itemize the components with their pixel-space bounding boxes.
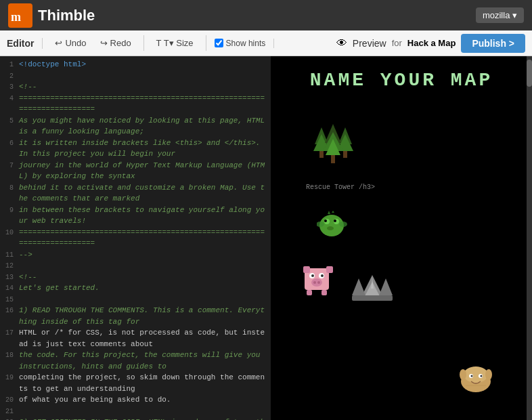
code-line: 4=======================================…	[0, 93, 271, 115]
undo-button[interactable]: ↩ Undo	[51, 35, 90, 51]
svg-rect-23	[303, 266, 310, 273]
line-content: HTML or /* for CSS, is not processed as …	[19, 327, 271, 350]
code-line: 161) READ THROUGH THE COMMENTS. This is …	[0, 305, 271, 327]
line-number: 1	[0, 59, 19, 70]
trees-sprite	[308, 124, 362, 174]
hints-section: Show hints	[215, 39, 275, 48]
code-line: 11-->	[0, 249, 271, 261]
code-line: 2	[0, 70, 271, 82]
svg-rect-32	[307, 290, 312, 295]
line-content	[19, 260, 271, 272]
code-line: 1<!doctype html>	[0, 59, 271, 70]
line-content: 1) READ THROUGH THE COMMENTS. This is a …	[19, 305, 271, 327]
show-hints-text: Show hints	[226, 39, 266, 48]
code-line: 10======================================…	[0, 227, 271, 249]
mozilla-menu-button[interactable]: mozilla ▾	[476, 7, 524, 23]
code-line: 21	[0, 406, 271, 417]
code-line: 3<!--	[0, 81, 271, 93]
logo-area: m Thimble	[8, 3, 95, 28]
line-number: 17	[0, 327, 19, 350]
svg-point-41	[464, 366, 488, 383]
svg-marker-35	[352, 278, 365, 295]
svg-rect-24	[326, 266, 333, 273]
redo-label: Redo	[110, 38, 131, 48]
svg-marker-20	[328, 211, 330, 214]
code-line: 5As you might have noticed by looking at…	[0, 115, 271, 138]
line-number: 7	[0, 160, 19, 182]
line-content: completing the project, so skim down thr…	[19, 372, 271, 394]
line-content: <!doctype html>	[19, 59, 271, 70]
svg-rect-11	[331, 155, 335, 163]
code-line: 20of what you are being asked to do.	[0, 394, 271, 406]
preview-content: Name Your Map	[271, 56, 532, 420]
preview-scroll-thumb[interactable]	[527, 60, 532, 87]
line-number: 22	[0, 417, 19, 420]
line-content: behind it to activate and customize a br…	[19, 182, 271, 205]
line-content: 2) GET ORIENTED IN THE CODE. HTML is mad…	[19, 417, 271, 420]
svg-point-16	[334, 219, 336, 222]
main-area: 1<!doctype html>2 3<!--4================…	[0, 56, 532, 420]
for-label: for	[392, 38, 402, 48]
preview-scrollbar[interactable]	[527, 56, 532, 420]
svg-point-15	[324, 219, 327, 222]
svg-point-31	[317, 281, 320, 284]
svg-point-29	[311, 278, 322, 287]
line-number: 15	[0, 294, 19, 306]
code-area[interactable]: 1<!doctype html>2 3<!--4================…	[0, 56, 271, 420]
line-number: 8	[0, 182, 19, 205]
logo-text: Thimble	[38, 7, 95, 24]
code-line: 222) GET ORIENTED IN THE CODE. HTML is m…	[0, 417, 271, 420]
undo-redo-section: ↩ Undo ↪ Redo	[51, 35, 143, 51]
publish-button[interactable]: Publish >	[461, 34, 525, 53]
line-content: the code. For this project, the comments…	[19, 350, 271, 372]
editor-pane[interactable]: 1<!doctype html>2 3<!--4================…	[0, 56, 271, 420]
code-line: 7journey in the world of Hyper Text Mark…	[0, 160, 271, 182]
topbar: m Thimble mozilla ▾	[0, 0, 532, 30]
line-content: in between these brackets to navigate yo…	[19, 205, 271, 227]
svg-point-45	[481, 375, 483, 377]
code-line: 19completing the project, so skim down t…	[0, 372, 271, 394]
line-number: 5	[0, 115, 19, 138]
svg-point-28	[321, 274, 324, 277]
bread-creature-sprite	[458, 360, 495, 400]
mozilla-logo-icon: m	[8, 3, 32, 28]
line-number: 12	[0, 260, 19, 272]
line-number: 16	[0, 305, 19, 327]
svg-point-46	[460, 369, 466, 380]
line-content: As you might have noticed by looking at …	[19, 115, 271, 138]
line-content: journey in the world of Hyper Text Marku…	[19, 160, 271, 182]
redo-icon: ↪	[100, 38, 108, 48]
show-hints-checkbox[interactable]	[215, 39, 223, 47]
redo-button[interactable]: ↪ Redo	[96, 35, 135, 51]
line-number: 4	[0, 93, 19, 115]
svg-point-19	[339, 222, 347, 227]
undo-label: Undo	[65, 38, 86, 48]
line-number: 18	[0, 350, 19, 372]
code-line: 8behind it to activate and customize a b…	[0, 182, 271, 205]
size-section: T T▾ Size	[152, 35, 206, 51]
svg-marker-36	[379, 278, 393, 295]
line-content: ========================================…	[19, 227, 271, 249]
line-number: 2	[0, 70, 19, 82]
svg-marker-21	[332, 211, 334, 213]
code-line: 18the code. For this project, the commen…	[0, 350, 271, 372]
svg-point-44	[471, 375, 473, 377]
line-content: <!--	[19, 81, 271, 93]
rescue-tower-label: Rescue Tower /h3>	[306, 184, 375, 191]
line-number: 14	[0, 282, 19, 294]
pig-sprite	[301, 265, 335, 301]
show-hints-toggle[interactable]: Show hints	[215, 39, 266, 48]
svg-point-27	[311, 274, 314, 277]
code-line: 9in between these brackets to navigate y…	[0, 205, 271, 227]
line-content: ========================================…	[19, 93, 271, 115]
line-number: 20	[0, 394, 19, 406]
line-number: 11	[0, 249, 19, 261]
line-content: Let's get started.	[19, 282, 271, 294]
preview-toolbar-section: 👁 Preview for Hack a Map Publish >	[336, 34, 525, 53]
svg-rect-38	[352, 295, 393, 301]
size-button[interactable]: T T▾ Size	[152, 35, 198, 51]
preview-pane: Name Your Map	[271, 56, 532, 420]
svg-rect-4	[319, 151, 324, 158]
line-content	[19, 294, 271, 306]
svg-point-17	[327, 226, 334, 230]
